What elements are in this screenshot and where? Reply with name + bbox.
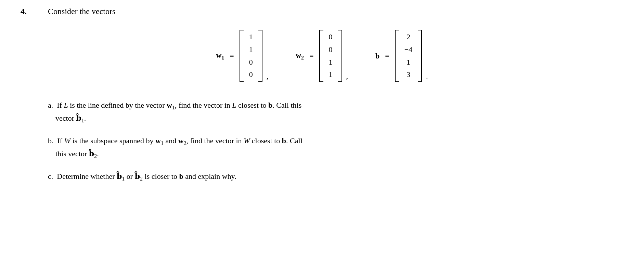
part-b: b. If W is the subspace spanned by w1 an…: [48, 135, 623, 161]
part-a-b: b: [268, 101, 272, 109]
w1-equals: =: [230, 52, 234, 61]
part-c-b2hat-sub: 2: [140, 176, 143, 182]
w1-left-bracket: [240, 30, 244, 82]
b-right-bracket: [418, 30, 422, 82]
part-b-w1: w: [155, 136, 161, 145]
b-val-3: 1: [407, 57, 410, 68]
w1-matrix: 1 1 0 0: [240, 30, 262, 82]
parts-section: a. If L is the line defined by the vecto…: [48, 99, 623, 183]
w1-label: w1: [216, 51, 224, 61]
part-b-label: b.: [48, 136, 54, 145]
w1-subscript: 1: [221, 55, 224, 61]
b-val-4: 3: [407, 69, 410, 80]
w1-val-3: 0: [249, 57, 253, 68]
part-b-W: W: [64, 136, 70, 145]
w2-matrix: 0 0 1 1: [319, 30, 342, 82]
b-values: 2 −4 1 3: [400, 30, 416, 82]
part-b-b: b: [282, 136, 286, 145]
part-a-line2: vector b̂1.: [48, 114, 86, 122]
part-b-b2hat-sub: 2: [94, 154, 97, 159]
w2-values: 0 0 1 1: [325, 30, 337, 82]
w2-right-bracket: [338, 30, 342, 82]
part-c-b: b: [179, 172, 183, 181]
part-b-text: If W is the subspace spanned by w1 and w…: [55, 136, 302, 145]
w2-val-3: 1: [329, 57, 333, 68]
part-a-w1: w: [167, 101, 172, 109]
b-expression: b = 2 −4 1 3 .: [375, 30, 428, 82]
w2-expression: w2 = 0 0 1 1 ,: [296, 30, 348, 82]
w1-letter: w: [216, 51, 221, 59]
b-left-bracket: [395, 30, 399, 82]
w1-expression: w1 = 1 1 0 0 ,: [216, 30, 268, 82]
part-a-L2: L: [232, 101, 236, 109]
part-c-b2hat: b̂: [135, 172, 140, 181]
part-b-W2: W: [244, 136, 250, 145]
part-b-line2: this vector b̂2.: [48, 149, 99, 158]
b-val-1: 2: [407, 32, 410, 42]
w2-equals: =: [309, 52, 313, 61]
w1-val-2: 1: [249, 44, 253, 55]
part-c-b1hat: b̂: [117, 172, 122, 181]
w2-val-2: 0: [329, 44, 333, 55]
b-matrix: 2 −4 1 3: [395, 30, 422, 82]
part-b-w1-sub: 1: [161, 141, 164, 146]
b-period: .: [426, 72, 428, 82]
part-a-label: a.: [48, 101, 53, 109]
part-a-b1hat: b̂: [76, 114, 81, 122]
part-c-label: c.: [48, 172, 53, 181]
problem-title: Consider the vectors: [48, 7, 115, 16]
w1-comma: ,: [267, 72, 269, 82]
w1-val-1: 1: [249, 32, 253, 42]
part-a-L: L: [64, 101, 68, 109]
w2-val-4: 1: [329, 69, 333, 80]
w2-val-1: 0: [329, 32, 333, 42]
w2-label: w2: [296, 51, 304, 61]
w2-left-bracket: [319, 30, 323, 82]
part-c: c. Determine whether b̂1 or b̂2 is close…: [48, 170, 623, 183]
w1-val-4: 0: [249, 69, 253, 80]
part-a-w1-sub: 1: [172, 105, 175, 111]
b-equals: =: [385, 52, 389, 61]
b-label: b: [375, 52, 379, 61]
part-a-b1hat-sub: 1: [81, 118, 84, 124]
vectors-display: w1 = 1 1 0 0 , w2 = 0 0 1 1: [21, 30, 623, 82]
part-a: a. If L is the line defined by the vecto…: [48, 99, 623, 125]
problem-number: 4.: [21, 7, 48, 16]
part-b-w2-sub: 2: [184, 141, 186, 146]
w2-subscript: 2: [301, 55, 304, 61]
part-a-text: If L is the line defined by the vector w…: [55, 101, 302, 109]
w1-values: 1 1 0 0: [245, 30, 257, 82]
part-c-b1hat-sub: 1: [122, 176, 125, 182]
b-letter: b: [375, 52, 379, 60]
w2-letter: w: [296, 51, 301, 59]
w1-right-bracket: [258, 30, 262, 82]
part-b-b2hat: b̂: [89, 149, 94, 158]
part-b-w2: w: [178, 136, 184, 145]
part-c-text: Determine whether b̂1 or b̂2 is closer t…: [55, 172, 236, 181]
w2-comma: ,: [346, 72, 348, 82]
b-val-2: −4: [404, 44, 412, 55]
